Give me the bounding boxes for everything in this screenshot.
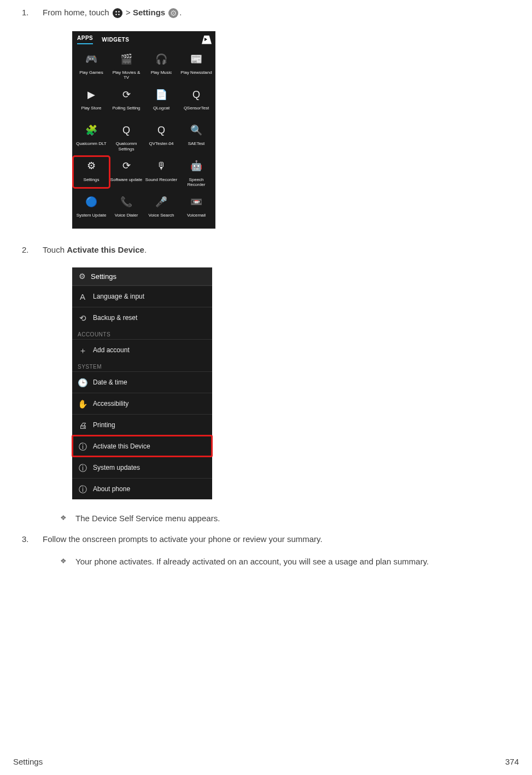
- app-sound-recorder[interactable]: 🎙Sound Recorder: [144, 157, 179, 187]
- app-icon: 🔵: [82, 193, 101, 211]
- app-label: Play Movies & TV: [110, 70, 143, 80]
- settings-row-accessibility[interactable]: ✋ Accessibility: [72, 393, 212, 414]
- step-3-number: 3.: [22, 534, 29, 544]
- hand-icon: ✋: [78, 399, 87, 409]
- app-icon: 🎧: [152, 50, 171, 68]
- info-icon: ⓘ: [78, 463, 87, 473]
- app-voicemail[interactable]: 📼Voicemail: [179, 193, 214, 223]
- backup-icon: ⟲: [78, 313, 87, 323]
- info-icon: ⓘ: [78, 484, 87, 494]
- app-icon: ⟳: [117, 85, 136, 104]
- keyboard-icon: A: [78, 292, 87, 301]
- app-settings[interactable]: ⚙Settings: [74, 157, 109, 187]
- app-icon: ⚙: [82, 157, 101, 176]
- step-1-settings-word: Settings: [133, 8, 165, 17]
- settings-row-label: Printing: [93, 421, 115, 429]
- app-icon: 📞: [117, 193, 136, 211]
- app-icon: ▶: [82, 85, 101, 104]
- app-icon: 🎤: [152, 193, 171, 211]
- settings-row-label: System updates: [93, 464, 140, 471]
- step-1-text: From home, touch > Settings .: [43, 8, 182, 17]
- app-label: Qualcomm Settings: [110, 141, 143, 151]
- app-icon: 🎬: [117, 50, 136, 68]
- step-1-period: .: [179, 8, 182, 17]
- app-icon: Q: [117, 121, 136, 139]
- app-label: Voicemail: [187, 213, 206, 223]
- settings-row-system-updates[interactable]: ⓘ System updates: [72, 457, 212, 478]
- clock-icon: 🕒: [78, 377, 87, 387]
- app-icon: 🎙: [152, 157, 171, 176]
- shop-icon[interactable]: [202, 36, 212, 44]
- settings-row-label: Language & input: [93, 293, 144, 300]
- app-icon: 🎮: [82, 50, 101, 68]
- app-label: QSensorTest: [184, 106, 209, 115]
- app-label: QLogcat: [153, 106, 169, 115]
- tab-widgets[interactable]: WIDGETS: [102, 37, 129, 43]
- app-icon: Q: [187, 85, 206, 104]
- app-label: QVTester-04: [149, 141, 174, 151]
- settings-section-accounts: ACCOUNTS: [72, 328, 212, 339]
- app-label: Qualcomm DLT: [76, 141, 106, 151]
- app-play-newsstand[interactable]: 📰Play Newsstand: [179, 50, 214, 80]
- settings-row-activate[interactable]: ⓘ Activate this Device: [72, 435, 212, 457]
- app-play-music[interactable]: 🎧Play Music: [144, 50, 179, 80]
- app-icon: ⟳: [117, 157, 136, 176]
- settings-row-label: About phone: [93, 485, 130, 493]
- page-footer: Settings 374: [13, 757, 519, 766]
- settings-row-label: Add account: [93, 346, 130, 354]
- app-qualcomm-settings[interactable]: QQualcomm Settings: [109, 121, 144, 151]
- app-polling-setting[interactable]: ⟳Polling Setting: [109, 85, 144, 115]
- apps-icon: [113, 8, 122, 18]
- app-label: Play Games: [79, 70, 103, 80]
- screenshot-settings-list: ⚙ Settings A Language & input ⟲ Backup &…: [72, 267, 212, 499]
- step-2-period: .: [144, 245, 147, 254]
- step-2-bold: Activate this Device: [67, 245, 144, 254]
- tab-apps[interactable]: APPS: [77, 35, 93, 44]
- step-1-number: 1.: [22, 8, 29, 17]
- apps-tabbar: APPS WIDGETS: [73, 32, 215, 45]
- app-label: Play Newsstand: [180, 70, 212, 80]
- settings-section-system: SYSTEM: [72, 360, 212, 371]
- app-label: Play Music: [151, 70, 172, 80]
- gear-icon: ⚙: [78, 272, 86, 281]
- settings-row-date[interactable]: 🕒 Date & time: [72, 371, 212, 393]
- app-saetest[interactable]: 🔍SAETest: [179, 121, 214, 151]
- step-1-separator: >: [126, 8, 133, 17]
- printer-icon: 🖨: [78, 420, 87, 430]
- settings-row-add-account[interactable]: ＋ Add account: [72, 339, 212, 360]
- app-play-games[interactable]: 🎮Play Games: [74, 50, 109, 80]
- app-icon: 📄: [152, 85, 171, 104]
- app-speech-recorder[interactable]: 🤖Speech Recorder: [179, 157, 214, 187]
- step-1-prefix: From home, touch: [43, 8, 112, 17]
- settings-row-language[interactable]: A Language & input: [72, 285, 212, 307]
- info-icon: ⓘ: [78, 441, 87, 451]
- app-qualcomm-dlt[interactable]: 🧩Qualcomm DLT: [74, 121, 109, 151]
- app-system-update[interactable]: 🔵System Update: [74, 193, 109, 223]
- app-label: Speech Recorder: [180, 177, 213, 187]
- apps-grid: 🎮Play Games🎬Play Movies & TV🎧Play Music📰…: [73, 45, 215, 228]
- app-label: Polling Setting: [112, 106, 140, 115]
- app-software-update[interactable]: ⟳Software update: [109, 157, 144, 187]
- footer-page-number: 374: [505, 757, 519, 766]
- settings-row-backup[interactable]: ⟲ Backup & reset: [72, 307, 212, 328]
- app-qvtester-04[interactable]: QQVTester-04: [144, 121, 179, 151]
- app-voice-dialer[interactable]: 📞Voice Dialer: [109, 193, 144, 223]
- step-2: 2. Touch Activate this Device. ⚙ Setting…: [13, 245, 519, 525]
- step-2-text: Touch Activate this Device.: [43, 245, 147, 254]
- step-2-sub-bullet: The Device Self Service menu appears.: [60, 512, 519, 525]
- app-label: System Update: [77, 213, 107, 223]
- step-1: 1. From home, touch > Settings . APPS WI…: [13, 8, 519, 229]
- app-icon: Q: [152, 121, 171, 139]
- settings-row-label: Backup & reset: [93, 314, 137, 322]
- app-play-movies-tv[interactable]: 🎬Play Movies & TV: [109, 50, 144, 80]
- settings-header: ⚙ Settings: [72, 267, 212, 285]
- app-play-store[interactable]: ▶Play Store: [74, 85, 109, 115]
- app-voice-search[interactable]: 🎤Voice Search: [144, 193, 179, 223]
- settings-gear-icon: [168, 8, 178, 18]
- app-qlogcat[interactable]: 📄QLogcat: [144, 85, 179, 115]
- screenshot-apps-grid: APPS WIDGETS 🎮Play Games🎬Play Movies & T…: [72, 31, 215, 229]
- settings-row-about[interactable]: ⓘ About phone: [72, 478, 212, 499]
- settings-row-printing[interactable]: 🖨 Printing: [72, 414, 212, 435]
- app-qsensortest[interactable]: QQSensorTest: [179, 85, 214, 115]
- app-label: Voice Search: [148, 213, 174, 223]
